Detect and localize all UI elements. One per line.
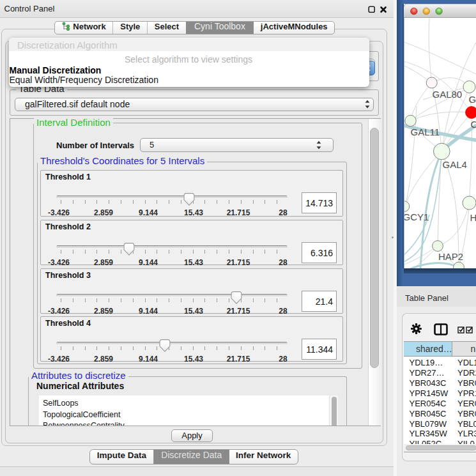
svg-text:GCY1: GCY1 <box>404 211 429 222</box>
svg-text:GA: GA <box>468 94 476 105</box>
svg-text:GAL11: GAL11 <box>410 127 440 137</box>
svg-text:GAL4: GAL4 <box>442 159 466 170</box>
svg-text:HAP2: HAP2 <box>438 251 463 262</box>
svg-text:GAL80: GAL80 <box>432 88 462 99</box>
svg-text:H: H <box>470 212 476 223</box>
svg-text:C: C <box>470 119 476 130</box>
